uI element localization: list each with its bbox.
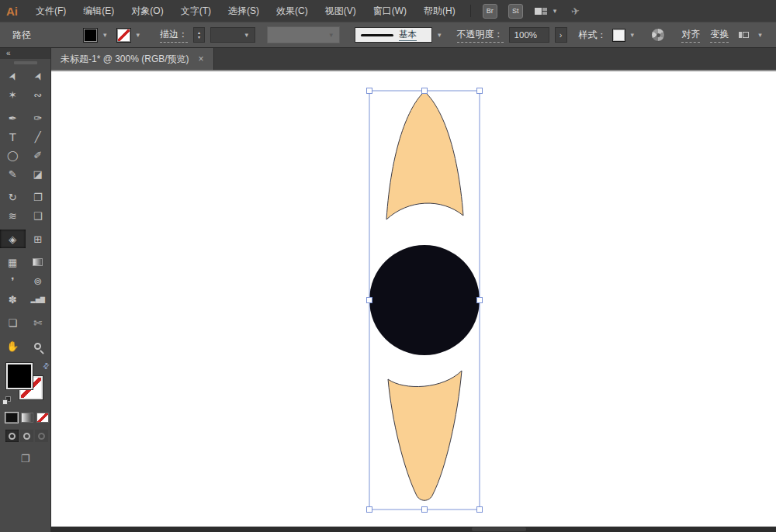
menu-select[interactable]: 选择(S) [220, 0, 268, 22]
gradient-icon [33, 258, 43, 266]
zoom-tool[interactable] [26, 337, 51, 355]
column-graph-tool[interactable]: ▂▅▇ [26, 290, 51, 309]
stepper-down-icon[interactable]: ▾ [198, 35, 200, 40]
fill-indicator-swatch[interactable] [6, 363, 33, 389]
handle-bottom-right[interactable] [477, 507, 483, 513]
pen-tool[interactable]: ✒ [0, 109, 26, 127]
chevron-down-icon[interactable]: ▾ [553, 7, 557, 15]
menu-bar: Ai 文件(F) 编辑(E) 对象(O) 文字(T) 选择(S) 效果(C) 视… [0, 0, 776, 22]
symbol-sprayer-tool[interactable]: ✽ [0, 290, 26, 309]
artboard-tool[interactable]: ❏ [0, 313, 26, 332]
eyedropper-tool[interactable]: ❜ [0, 271, 26, 290]
menu-file[interactable]: 文件(F) [27, 0, 74, 22]
stroke-weight-stepper[interactable]: ▴ ▾ [193, 27, 205, 43]
stroke-weight-dropdown[interactable]: ▾ [210, 27, 255, 43]
handle-top-center[interactable] [422, 88, 428, 94]
collapse-panel-icon[interactable]: « [0, 48, 50, 59]
fill-color-swatch[interactable] [83, 28, 98, 43]
perspective-grid-tool[interactable]: ⊞ [26, 230, 51, 248]
align-link[interactable]: 对齐 [681, 28, 700, 43]
magnifier-icon [34, 343, 41, 350]
artboard-canvas[interactable] [51, 71, 776, 527]
panel-rect [739, 32, 742, 38]
free-transform-tool[interactable]: ❑ [26, 206, 51, 225]
stock-button[interactable]: St [508, 4, 523, 19]
horizontal-scrollbar[interactable] [51, 527, 776, 532]
paintbrush-tool[interactable]: ✐ [26, 146, 51, 164]
menubar-divider [470, 5, 471, 17]
gradient-tool[interactable] [26, 253, 51, 271]
chevron-down-icon: ▾ [330, 31, 334, 39]
slice-tool[interactable]: ✄ [26, 313, 51, 332]
chevron-down-icon[interactable]: ▾ [103, 31, 107, 39]
chevron-down-icon[interactable]: ▾ [137, 31, 140, 39]
panel-options-icon[interactable] [739, 32, 749, 38]
bottom-petal-shape[interactable] [388, 371, 462, 500]
tools-panel: « ➤ ➤ ✶ ∾ ✒ ✑ T ╱ ◯ ✐ ✎ ◪ ↻ ❐ [0, 48, 51, 532]
blend-tool[interactable]: ⊚ [26, 271, 51, 290]
pencil-tool[interactable]: ✎ [0, 164, 26, 183]
handle-top-right[interactable] [477, 88, 483, 94]
scale-tool[interactable]: ❐ [26, 188, 51, 206]
black-circle-shape[interactable] [369, 245, 480, 355]
brush-stroke-preview [361, 34, 393, 36]
handle-bottom-left[interactable] [367, 507, 372, 513]
width-tool[interactable]: ≋ [0, 206, 26, 225]
workspace-switcher-icon[interactable] [535, 8, 547, 15]
handle-top-left[interactable] [367, 88, 372, 94]
chevron-down-icon[interactable]: ▾ [758, 31, 762, 39]
curvature-tool[interactable]: ✑ [26, 109, 51, 127]
menu-window[interactable]: 窗口(W) [365, 0, 415, 22]
menu-help[interactable]: 帮助(H) [415, 0, 464, 22]
color-paint-button[interactable] [5, 413, 18, 423]
stroke-color-swatch[interactable] [116, 28, 131, 43]
draw-behind-button[interactable] [20, 430, 33, 442]
menu-type[interactable]: 文字(T) [172, 0, 220, 22]
default-fill-stroke-icon[interactable] [2, 396, 12, 406]
bridge-button[interactable]: Br [483, 4, 497, 19]
scrollbar-thumb[interactable] [472, 527, 526, 531]
sync-icon[interactable]: ✈ [570, 5, 580, 17]
rotate-tool[interactable]: ↻ [0, 188, 26, 206]
type-tool[interactable]: T [0, 127, 26, 146]
screen-mode-button[interactable]: ❐ [21, 453, 30, 465]
brush-definition-dropdown[interactable]: 基本 [355, 27, 432, 43]
top-petal-shape[interactable] [386, 92, 463, 219]
recolor-artwork-icon[interactable] [651, 28, 665, 42]
width-profile-dropdown[interactable]: ▾ [267, 26, 340, 43]
chevron-down-icon[interactable]: ▾ [631, 31, 635, 39]
close-icon[interactable]: × [199, 54, 204, 64]
handle-mid-right[interactable] [477, 298, 483, 303]
transform-link[interactable]: 变换 [710, 28, 729, 43]
workspace-rects [542, 8, 547, 15]
app-logo: Ai [0, 5, 27, 18]
menu-effect[interactable]: 效果(C) [268, 0, 317, 22]
opacity-label[interactable]: 不透明度： [457, 28, 504, 43]
draw-inside-button[interactable] [35, 430, 48, 442]
workspace-rect [542, 8, 547, 11]
opacity-panel-button[interactable]: › [555, 27, 567, 43]
shape-builder-tool[interactable]: ◈ [0, 230, 26, 248]
gradient-paint-button[interactable] [21, 413, 33, 423]
eraser-tool[interactable]: ◪ [26, 164, 51, 183]
menu-object[interactable]: 对象(O) [123, 0, 171, 22]
mesh-tool[interactable]: ▦ [0, 253, 26, 271]
stroke-weight-label[interactable]: 描边： [160, 28, 188, 43]
handle-mid-left[interactable] [367, 298, 372, 303]
menu-edit[interactable]: 编辑(E) [74, 0, 123, 22]
chevron-down-icon[interactable]: ▾ [438, 31, 442, 39]
workspace-rect [542, 12, 547, 15]
selection-type-label: 路径 [12, 29, 31, 42]
graphic-style-swatch[interactable] [612, 29, 625, 42]
opacity-input[interactable]: 100% [509, 27, 549, 43]
swap-fill-stroke-icon[interactable]: ⇄ [40, 361, 51, 371]
document-tab[interactable]: 未标题-1* @ 300% (RGB/预览) × [51, 48, 214, 70]
none-paint-button[interactable] [36, 413, 49, 423]
document-tab-bar: 未标题-1* @ 300% (RGB/预览) × [51, 48, 776, 71]
ellipse-tool[interactable]: ◯ [0, 146, 26, 164]
line-segment-tool[interactable]: ╱ [26, 127, 51, 146]
menu-view[interactable]: 视图(V) [317, 0, 365, 22]
draw-normal-button[interactable] [5, 430, 19, 442]
handle-bottom-center[interactable] [422, 507, 428, 513]
hand-tool[interactable]: ✋ [0, 337, 26, 355]
